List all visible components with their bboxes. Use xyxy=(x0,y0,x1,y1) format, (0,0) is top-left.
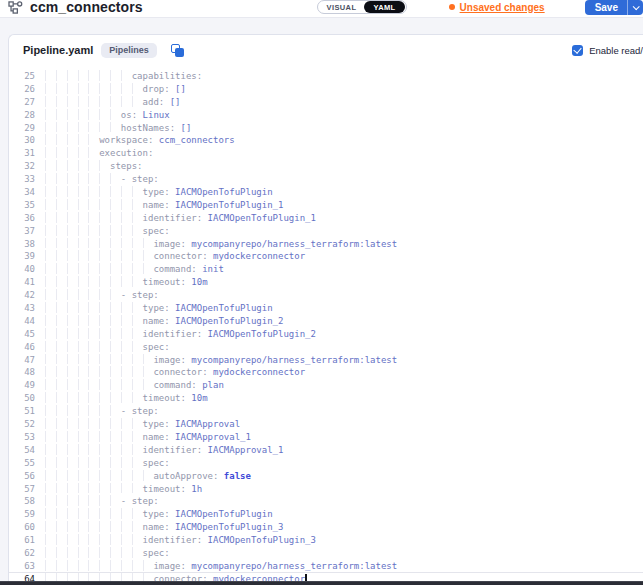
line-number: 55 xyxy=(9,457,35,468)
visual-yaml-toggle[interactable]: VISUAL YAML xyxy=(317,0,407,14)
yaml-key: spec: xyxy=(143,342,170,352)
code-line[interactable]: 63 image: mycompanyrepo/harness_terrafor… xyxy=(9,559,643,572)
yaml-value: [] xyxy=(164,97,180,107)
toggle-yaml[interactable]: YAML xyxy=(364,1,404,13)
code-line[interactable]: 48 connector: mydockerconnector xyxy=(9,365,643,378)
code-line[interactable]: 42 - step: xyxy=(9,288,643,301)
code-line[interactable]: 52 type: IACMApproval xyxy=(9,417,643,430)
code-line[interactable]: 55 spec: xyxy=(9,456,643,469)
line-number: 52 xyxy=(9,418,35,429)
pipeline-icon xyxy=(8,1,23,14)
line-number: 62 xyxy=(9,547,35,558)
copy-icon[interactable] xyxy=(171,44,184,57)
yaml-value: IACMOpenTofuPlugin_3 xyxy=(202,535,316,545)
code-line[interactable]: 28 os: Linux xyxy=(9,108,643,121)
yaml-key: command: xyxy=(153,264,196,274)
code-line[interactable]: 27 add: [] xyxy=(9,95,643,108)
line-number: 34 xyxy=(9,186,35,197)
yaml-value: plan xyxy=(197,380,224,390)
yaml-value: IACMOpenTofuPlugin_3 xyxy=(170,522,284,532)
yaml-key: command: xyxy=(153,380,196,390)
yaml-value: mydockerconnector xyxy=(208,367,306,377)
code-line[interactable]: 29 hostNames: [] xyxy=(9,121,643,134)
line-number: 28 xyxy=(9,109,35,120)
code-line[interactable]: 39 connector: mydockerconnector xyxy=(9,249,643,262)
yaml-value: init xyxy=(197,264,224,274)
yaml-value: [] xyxy=(175,123,191,133)
code-line[interactable]: 35 name: IACMOpenTofuPlugin_1 xyxy=(9,198,643,211)
code-line[interactable]: 31 execution: xyxy=(9,146,643,159)
code-line[interactable]: 32 steps: xyxy=(9,159,643,172)
yaml-value: IACMApproval_1 xyxy=(170,432,251,442)
yaml-value: IACMApproval_1 xyxy=(202,445,283,455)
line-number: 38 xyxy=(9,238,35,249)
yaml-key: type: xyxy=(143,509,170,519)
yaml-value: IACMOpenTofuPlugin xyxy=(170,303,273,313)
line-number: 41 xyxy=(9,276,35,287)
code-line[interactable]: 61 identifier: IACMOpenTofuPlugin_3 xyxy=(9,533,643,546)
line-number: 59 xyxy=(9,508,35,519)
app-header: ccm_connectors VISUAL YAML Unsaved chang… xyxy=(0,0,643,18)
save-dropdown-button[interactable] xyxy=(627,0,643,15)
code-line[interactable]: 30 workspace: ccm_connectors xyxy=(9,133,643,146)
code-line[interactable]: 58 - step: xyxy=(9,494,643,507)
code-line[interactable]: 26 drop: [] xyxy=(9,82,643,95)
yaml-key: name: xyxy=(143,522,170,532)
code-line[interactable]: 33 - step: xyxy=(9,172,643,185)
line-number: 30 xyxy=(9,134,35,145)
yaml-key: identifier: xyxy=(143,535,203,545)
code-line[interactable]: 51 - step: xyxy=(9,404,643,417)
code-line[interactable]: 53 name: IACMApproval_1 xyxy=(9,430,643,443)
yaml-key: type: xyxy=(143,187,170,197)
yaml-code-editor[interactable]: 25 capabilities:26 drop: []27 add: []28 … xyxy=(9,65,643,585)
yaml-key: - step: xyxy=(121,406,159,416)
yaml-value: 10m xyxy=(186,277,208,287)
code-line[interactable]: 44 name: IACMOpenTofuPlugin_2 xyxy=(9,314,643,327)
code-line[interactable]: 40 command: init xyxy=(9,262,643,275)
code-line[interactable]: 49 command: plan xyxy=(9,378,643,391)
yaml-key: add: xyxy=(143,97,165,107)
code-line[interactable]: 54 identifier: IACMApproval_1 xyxy=(9,443,643,456)
save-button-label: Save xyxy=(585,0,627,15)
line-number: 39 xyxy=(9,250,35,261)
yaml-key: timeout: xyxy=(143,484,186,494)
code-line[interactable]: 50 timeout: 10m xyxy=(9,391,643,404)
code-line[interactable]: 38 image: mycompanyrepo/harness_terrafor… xyxy=(9,237,643,250)
line-number: 25 xyxy=(9,70,35,81)
line-number: 58 xyxy=(9,495,35,506)
code-line[interactable]: 46 spec: xyxy=(9,340,643,353)
yaml-key: connector: xyxy=(153,251,207,261)
code-line[interactable]: 62 spec: xyxy=(9,546,643,559)
enable-read-checkbox[interactable] xyxy=(572,45,583,56)
unsaved-changes-link[interactable]: Unsaved changes xyxy=(449,2,545,13)
code-line[interactable]: 57 timeout: 1h xyxy=(9,482,643,495)
code-line[interactable]: 41 timeout: 10m xyxy=(9,275,643,288)
save-button[interactable]: Save xyxy=(585,0,643,15)
line-number: 36 xyxy=(9,212,35,223)
code-line[interactable]: 56 autoApprove: false xyxy=(9,469,643,482)
line-number: 42 xyxy=(9,289,35,300)
yaml-value: mycompanyrepo/harness_terraform:latest xyxy=(186,239,397,249)
yaml-key: name: xyxy=(143,316,170,326)
code-line[interactable]: 37 spec: xyxy=(9,224,643,237)
line-number: 45 xyxy=(9,328,35,339)
yaml-value: IACMOpenTofuPlugin_2 xyxy=(170,316,284,326)
file-bar: Pipeline.yaml Pipelines Enable read/ xyxy=(9,35,643,65)
yaml-key: spec: xyxy=(143,548,170,558)
toggle-visual[interactable]: VISUAL xyxy=(319,2,365,13)
yaml-key: identifier: xyxy=(143,445,203,455)
code-line[interactable]: 60 name: IACMOpenTofuPlugin_3 xyxy=(9,520,643,533)
line-number: 60 xyxy=(9,521,35,532)
code-line[interactable]: 25 capabilities: xyxy=(9,69,643,82)
yaml-key: - step: xyxy=(121,174,159,184)
yaml-value: IACMOpenTofuPlugin xyxy=(170,509,273,519)
code-line[interactable]: 36 identifier: IACMOpenTofuPlugin_1 xyxy=(9,211,643,224)
code-line[interactable]: 43 type: IACMOpenTofuPlugin xyxy=(9,301,643,314)
code-line[interactable]: 45 identifier: IACMOpenTofuPlugin_2 xyxy=(9,327,643,340)
line-number: 37 xyxy=(9,225,35,236)
code-line[interactable]: 47 image: mycompanyrepo/harness_terrafor… xyxy=(9,353,643,366)
code-line[interactable]: 59 type: IACMOpenTofuPlugin xyxy=(9,507,643,520)
line-number: 33 xyxy=(9,173,35,184)
code-line[interactable]: 34 type: IACMOpenTofuPlugin xyxy=(9,185,643,198)
yaml-key: spec: xyxy=(143,226,170,236)
